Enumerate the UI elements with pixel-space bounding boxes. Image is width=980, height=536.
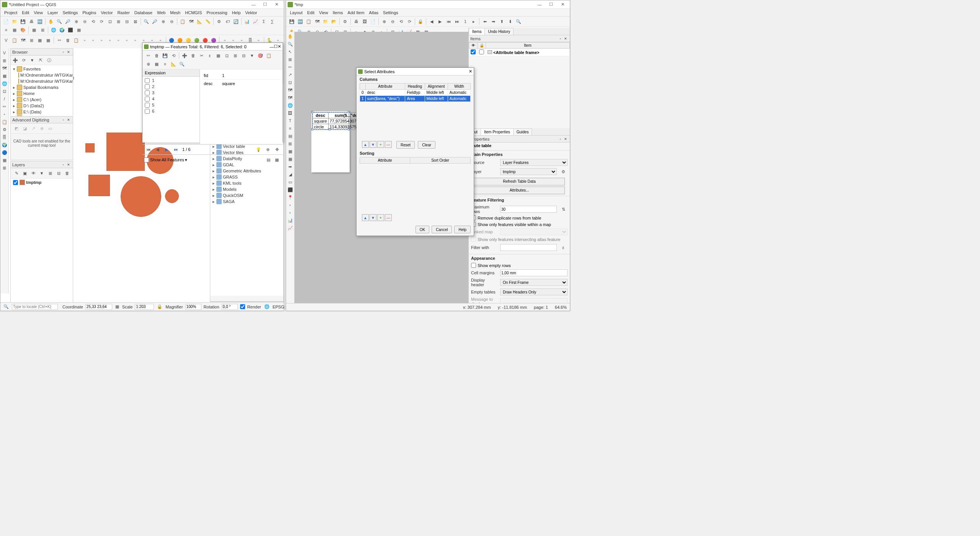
- toolbar-icon[interactable]: 🔎: [64, 18, 72, 25]
- prev-icon[interactable]: ◀: [154, 146, 161, 153]
- properties-icon[interactable]: ⓘ: [45, 56, 53, 64]
- form-view-icon[interactable]: ▤: [265, 156, 272, 164]
- locator-icon[interactable]: 🔍: [3, 303, 9, 311]
- move-down-button[interactable]: ▼: [370, 141, 376, 148]
- move-down-button[interactable]: ▼: [370, 214, 376, 221]
- feature-row[interactable]: 5: [143, 102, 199, 108]
- toolbar-icon[interactable]: ⊞: [1, 164, 8, 171]
- toolbar-icon[interactable]: ✋: [47, 18, 55, 25]
- toolbar-icon[interactable]: ✏: [287, 64, 294, 70]
- toolbar-icon[interactable]: 🖶: [28, 18, 35, 25]
- toolbar-icon[interactable]: ▫: [131, 36, 139, 44]
- next-icon[interactable]: ▶: [163, 146, 170, 153]
- cancel-button[interactable]: Cancel: [432, 226, 452, 233]
- spinner-icon[interactable]: ⇅: [560, 205, 567, 213]
- toolbar-icon[interactable]: V: [1, 49, 8, 56]
- browser-item[interactable]: M:\Ordnerstruktur iWTG\Kampfmittelb: [11, 78, 72, 84]
- ok-button[interactable]: OK: [416, 226, 429, 233]
- menu-mesh[interactable]: Mesh: [168, 10, 183, 16]
- toolbar-icon[interactable]: ≡: [2, 26, 10, 34]
- toolbar-icon[interactable]: ▶: [436, 18, 444, 25]
- menu-layout[interactable]: Layout: [288, 10, 305, 16]
- toolbar-icon[interactable]: ⊡: [106, 18, 114, 25]
- browser-item[interactable]: ▸Spatial Bookmarks: [11, 84, 72, 90]
- toolbar-icon[interactable]: ⚙: [1, 126, 8, 133]
- toolbar-icon[interactable]: ◢: [287, 171, 294, 178]
- attribute-table-frame[interactable]: descsum($..."desc") square77,97285430747…: [312, 112, 349, 129]
- toolbar-icon[interactable]: ⏮: [445, 18, 452, 25]
- toolbar-icon[interactable]: ⊕: [380, 18, 388, 25]
- toolbar-icon[interactable]: 🖼: [287, 110, 294, 116]
- cell-attr[interactable]: desc: [365, 90, 405, 96]
- maximize-button[interactable]: ☐: [274, 44, 278, 49]
- feature-row[interactable]: 4: [143, 96, 199, 102]
- toolbar-icon[interactable]: ✏: [56, 36, 63, 44]
- tab-items[interactable]: Items: [469, 28, 485, 35]
- toolbar-icon[interactable]: ⊡: [1, 88, 8, 95]
- toolbar-icon[interactable]: 📋: [179, 18, 187, 25]
- cell-width[interactable]: Automatic: [448, 90, 470, 96]
- clear-button[interactable]: Clear: [418, 141, 435, 149]
- toolbar-icon[interactable]: 🗑: [189, 52, 197, 59]
- add-layer-icon[interactable]: ➕: [11, 56, 19, 64]
- toolbar-icon[interactable]: ↗: [287, 71, 294, 78]
- processing-item[interactable]: ▸QuickOSM: [211, 192, 283, 198]
- toolbar-icon[interactable]: 📊: [243, 18, 251, 25]
- toolbar-icon[interactable]: ▼: [248, 52, 256, 59]
- processing-item[interactable]: ▸Geometric Attributes: [211, 168, 283, 174]
- collapse-icon[interactable]: ⇱: [37, 56, 44, 64]
- toolbar-icon[interactable]: ▫: [106, 36, 114, 44]
- toolbar-icon[interactable]: 🏷: [224, 18, 231, 25]
- highlight-icon[interactable]: 💡: [255, 146, 262, 153]
- toolbar-icon[interactable]: ⊞: [39, 26, 46, 34]
- toolbar-icon[interactable]: ▫: [81, 36, 88, 44]
- toolbar-icon[interactable]: 📐: [196, 18, 203, 25]
- item-lock-checkbox[interactable]: [479, 49, 484, 54]
- browser-item[interactable]: ▸D:\ (Data2): [11, 103, 72, 109]
- remove-button[interactable]: —: [385, 214, 392, 221]
- last-icon[interactable]: ⏭: [172, 146, 180, 153]
- toolbar-icon[interactable]: ⟳: [406, 18, 413, 25]
- browser-item[interactable]: M:\Ordnerstruktur iWTG\Kampfmittelb: [11, 72, 72, 78]
- resize-handle[interactable]: [311, 128, 313, 130]
- toolbar-icon[interactable]: ⊖: [389, 18, 396, 25]
- toolbar-icon[interactable]: ⬆: [498, 18, 506, 25]
- toolbar-icon[interactable]: 🔍: [178, 60, 186, 68]
- panel-close-icon[interactable]: ✕: [66, 117, 71, 123]
- toolbar-icon[interactable]: 🗺: [1, 65, 8, 72]
- panel-float-icon[interactable]: ▫: [61, 162, 66, 167]
- toolbar-icon[interactable]: /: [1, 95, 8, 102]
- toolbar-icon[interactable]: V: [2, 36, 10, 44]
- browser-item[interactable]: ▸Home: [11, 90, 72, 97]
- column-row[interactable]: 1 sum($area, "desc") Area Middle left Au…: [360, 96, 471, 102]
- browser-item[interactable]: ▸E:\ (Data): [11, 109, 72, 115]
- tab-undo-history[interactable]: Undo History: [484, 28, 514, 35]
- toolbar-icon[interactable]: 💾: [161, 52, 169, 59]
- cell-margins-input[interactable]: [500, 269, 568, 276]
- toolbar-icon[interactable]: 📂: [330, 18, 338, 25]
- toolbar-icon[interactable]: ⟲: [89, 18, 97, 25]
- toolbar-icon[interactable]: ▦: [11, 26, 18, 34]
- add-button[interactable]: +: [377, 214, 384, 221]
- toolbar-icon[interactable]: 📄: [369, 18, 377, 25]
- toolbar-icon[interactable]: ⊞: [115, 18, 122, 25]
- toolbar-icon[interactable]: ➡: [287, 163, 294, 170]
- menu-edit[interactable]: Edit: [305, 10, 317, 16]
- layout-page[interactable]: descsum($..."desc") square77,97285430747…: [311, 111, 350, 172]
- toolbar-icon[interactable]: 🗺: [187, 18, 195, 25]
- toolbar-icon[interactable]: ≡: [287, 125, 294, 132]
- toolbar-icon[interactable]: ▫: [123, 36, 131, 44]
- reset-button[interactable]: Reset: [396, 141, 415, 149]
- close-button[interactable]: ✕: [278, 44, 281, 49]
- toolbar-icon[interactable]: ⊠: [131, 18, 139, 25]
- toolbar-icon[interactable]: ⊕: [72, 18, 80, 25]
- render-checkbox[interactable]: [240, 304, 245, 309]
- toolbar-icon[interactable]: 🎨: [19, 26, 27, 34]
- toolbar-icon[interactable]: 🖼: [361, 18, 368, 25]
- toolbar-icon[interactable]: 🆕: [296, 18, 304, 25]
- remove-icon[interactable]: 🗑: [63, 169, 71, 177]
- maximize-button[interactable]: ☐: [259, 1, 271, 8]
- toolbar-icon[interactable]: ⊞: [287, 140, 294, 147]
- menu-web[interactable]: Web: [155, 10, 168, 16]
- toolbar-icon[interactable]: 🎯: [257, 52, 264, 59]
